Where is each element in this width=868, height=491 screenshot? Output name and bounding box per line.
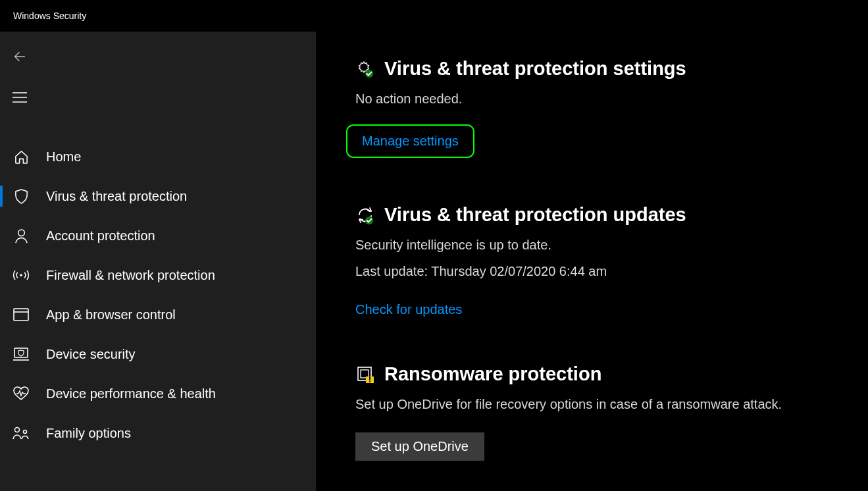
section-title: Virus & threat protection settings xyxy=(384,58,686,80)
svg-point-4 xyxy=(20,274,22,276)
updates-status: Security intelligence is up to date. xyxy=(355,235,829,255)
section-ransomware: Ransomware protection Set up OneDrive fo… xyxy=(355,363,829,461)
sidebar-nav: Home Virus & threat protection Account p… xyxy=(0,137,316,453)
section-title: Ransomware protection xyxy=(384,363,601,385)
sidebar-item-label: Home xyxy=(46,149,81,165)
sidebar-item-label: Virus & threat protection xyxy=(46,189,187,204)
settings-check-icon xyxy=(355,59,375,79)
manage-settings-link[interactable]: Manage settings xyxy=(346,124,474,158)
sidebar-item-label: Device performance & health xyxy=(46,386,216,401)
titlebar: Windows Security xyxy=(0,0,868,32)
window-icon xyxy=(12,305,30,324)
heart-icon xyxy=(12,384,30,403)
sidebar-item-label: Account protection xyxy=(46,228,155,244)
home-icon xyxy=(12,147,30,166)
antenna-icon xyxy=(12,266,30,284)
sidebar-item-app-browser[interactable]: App & browser control xyxy=(0,295,316,334)
section-title: Virus & threat protection updates xyxy=(384,204,686,226)
ransomware-warn-icon xyxy=(355,365,375,384)
sidebar: Home Virus & threat protection Account p… xyxy=(0,32,316,491)
hamburger-icon xyxy=(13,92,27,103)
person-icon xyxy=(12,226,30,245)
sidebar-item-device-security[interactable]: Device security xyxy=(0,334,316,374)
sidebar-item-firewall[interactable]: Firewall & network protection xyxy=(0,255,316,295)
sidebar-item-account-protection[interactable]: Account protection xyxy=(0,216,316,255)
svg-rect-5 xyxy=(14,309,28,321)
refresh-check-icon xyxy=(355,205,375,225)
back-button[interactable] xyxy=(0,39,39,74)
svg-point-3 xyxy=(18,229,24,236)
svg-point-9 xyxy=(24,430,27,434)
setup-onedrive-button[interactable]: Set up OneDrive xyxy=(355,432,484,461)
updates-last-update: Last update: Thursday 02/07/2020 6:44 am xyxy=(355,261,829,281)
sidebar-item-family[interactable]: Family options xyxy=(0,413,316,453)
arrow-left-icon xyxy=(13,49,27,64)
sidebar-item-label: Family options xyxy=(46,426,131,441)
check-updates-link[interactable]: Check for updates xyxy=(355,302,462,317)
window-title: Windows Security xyxy=(13,11,86,21)
settings-status: No action needed. xyxy=(355,89,829,109)
sidebar-item-label: Firewall & network protection xyxy=(46,268,215,283)
section-settings: Virus & threat protection settings No ac… xyxy=(355,58,829,158)
device-security-icon xyxy=(12,345,30,363)
section-updates: Virus & threat protection updates Securi… xyxy=(355,204,829,317)
hamburger-button[interactable] xyxy=(0,80,39,115)
family-icon xyxy=(12,424,30,442)
sidebar-item-virus-threat[interactable]: Virus & threat protection xyxy=(0,176,316,216)
sidebar-item-home[interactable]: Home xyxy=(0,137,316,176)
shield-icon xyxy=(12,187,30,205)
sidebar-item-performance[interactable]: Device performance & health xyxy=(0,374,316,413)
sidebar-item-label: App & browser control xyxy=(46,307,176,323)
svg-point-8 xyxy=(15,428,20,432)
sidebar-item-label: Device security xyxy=(46,347,136,362)
ransomware-desc: Set up OneDrive for file recovery option… xyxy=(355,394,829,414)
main-content: Virus & threat protection settings No ac… xyxy=(316,32,868,491)
